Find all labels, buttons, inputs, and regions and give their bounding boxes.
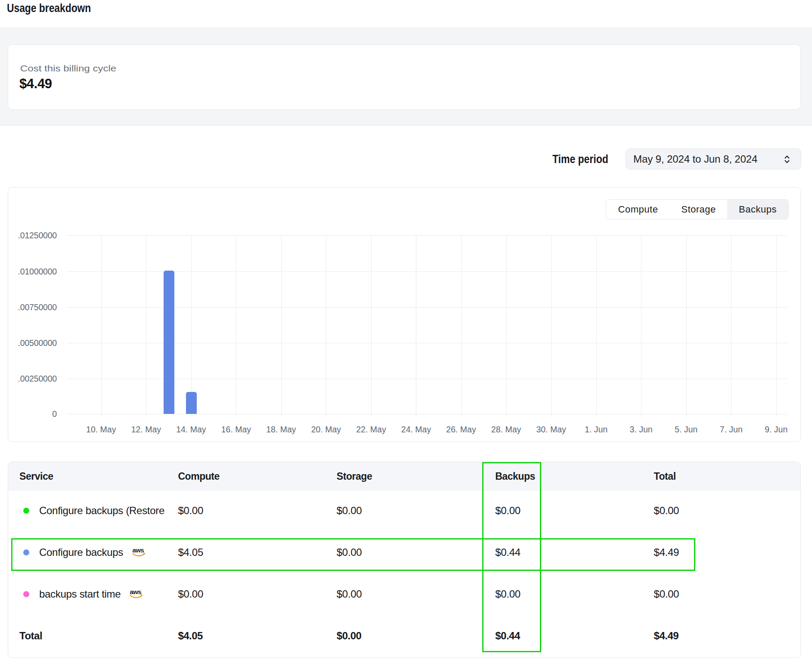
- svg-text:aws: aws: [130, 589, 142, 595]
